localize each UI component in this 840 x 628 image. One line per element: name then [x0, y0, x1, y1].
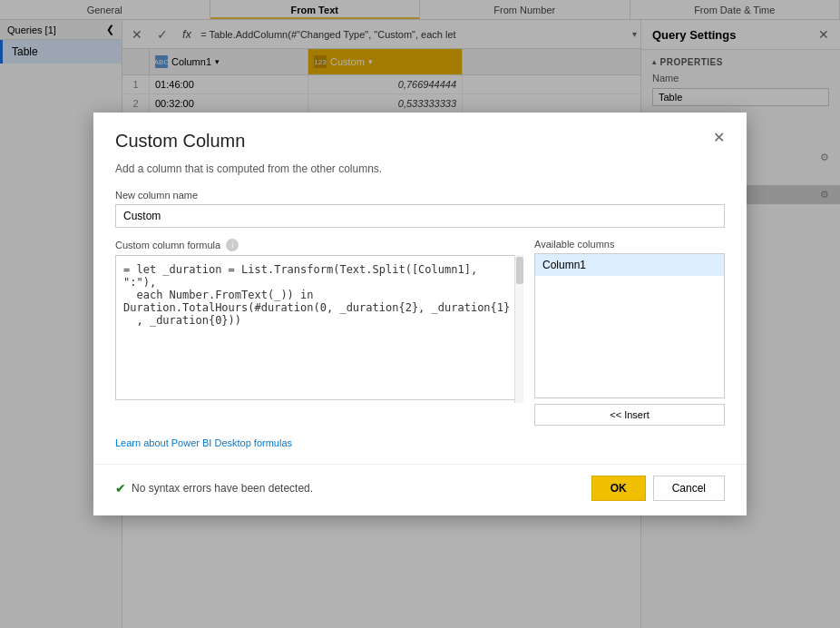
formula-label: Custom column formula [115, 240, 220, 250]
insert-button[interactable]: << Insert [534, 404, 725, 426]
custom-column-modal: Custom Column ✕ Add a column that is com… [93, 113, 747, 515]
modal-close-button[interactable]: ✕ [713, 131, 725, 145]
learn-link[interactable]: Learn about Power BI Desktop formulas [115, 437, 292, 448]
formula-textarea[interactable]: = let _duration = List.Transform(Text.Sp… [115, 255, 523, 400]
formula-info-icon[interactable]: i [226, 239, 239, 251]
check-icon: ✔ [115, 481, 126, 496]
modal-subtitle: Add a column that is computed from the o… [115, 162, 725, 175]
formula-scrollbar-thumb [516, 257, 523, 284]
new-col-label: New column name [115, 190, 725, 201]
status-text: No syntax errors have been detected. [132, 482, 313, 495]
status-indicator: ✔ No syntax errors have been detected. [115, 481, 313, 496]
new-col-input[interactable] [115, 204, 725, 228]
modal-title: Custom Column [115, 131, 245, 152]
ok-button[interactable]: OK [591, 476, 646, 501]
available-cols-list: Column1 [534, 253, 725, 398]
available-cols-label: Available columns [534, 239, 725, 250]
modal-overlay: Custom Column ✕ Add a column that is com… [0, 0, 840, 628]
cancel-button[interactable]: Cancel [653, 476, 725, 501]
available-col-item[interactable]: Column1 [535, 254, 724, 276]
formula-scrollbar[interactable] [514, 255, 523, 403]
